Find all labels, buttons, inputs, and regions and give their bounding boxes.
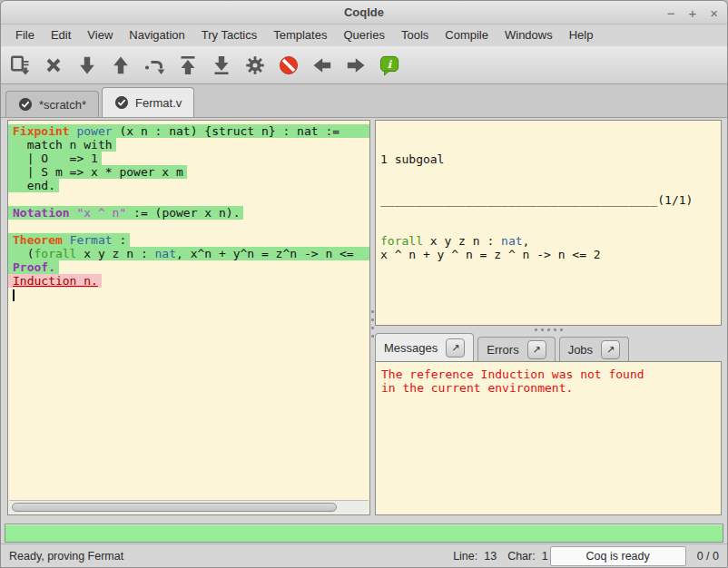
code-line	[8, 220, 369, 233]
code-line: match n with	[8, 138, 369, 152]
goal-pane[interactable]: 1 subgoal ______________________________…	[375, 120, 722, 326]
goal-counter: 0 / 0	[697, 550, 719, 563]
maximize-icon[interactable]: +	[688, 6, 696, 20]
tab-messages[interactable]: Messages↗	[375, 333, 474, 361]
code-line: Notation "x ^ n" := (power x n).	[8, 206, 369, 220]
goal-separator: _______________________________________(…	[380, 193, 721, 207]
menu-item-navigation[interactable]: Navigation	[121, 24, 192, 46]
forward-one-command-button[interactable]	[76, 54, 98, 76]
message-tab-bar: Messages↗Errors↗Jobs↗	[375, 333, 724, 361]
detach-arrow-icon: ↗	[451, 342, 459, 354]
arrow-right-icon	[345, 54, 367, 76]
horizontal-scrollbar[interactable]	[9, 500, 369, 514]
menu-item-edit[interactable]: Edit	[43, 24, 79, 46]
menu-item-try-tactics[interactable]: Try Tactics	[193, 24, 265, 46]
detach-view-button[interactable]	[9, 54, 31, 76]
gear-icon	[244, 54, 266, 76]
code-line	[8, 192, 369, 206]
stop-icon	[278, 54, 300, 76]
go-to-cursor-button[interactable]	[143, 54, 165, 76]
error-message-line: in the current environment.	[376, 381, 721, 395]
detach-arrow-icon: ↗	[606, 344, 615, 356]
tab-label: *scratch*	[39, 98, 86, 112]
menu-item-compile[interactable]: Compile	[437, 24, 497, 46]
code-line: end.	[8, 179, 369, 192]
script-editor-pane[interactable]: Fixpoint power (x n : nat) {struct n} : …	[7, 120, 370, 515]
detach-arrow-icon: ↗	[533, 344, 541, 356]
arrow-left-icon	[311, 54, 333, 76]
line-label: Line:	[453, 550, 477, 563]
window-controls: − + ×	[667, 1, 718, 24]
goal-line: x ^ n + y ^ n = z ^ n -> n <= 2	[380, 248, 721, 261]
goal-index: (1/1)	[657, 193, 693, 207]
code-line: | S m => x * power x m	[8, 165, 369, 179]
document-tab-bar: *scratch*Fermat.v	[1, 84, 727, 118]
arrow-down-to-bar-icon	[211, 54, 232, 76]
arrow-down-icon	[76, 54, 98, 76]
tab-fermat-v[interactable]: Fermat.v	[102, 87, 194, 117]
menu-item-tools[interactable]: Tools	[393, 24, 437, 46]
menu-item-file[interactable]: File	[7, 24, 43, 46]
interrupt-computations-button[interactable]	[278, 54, 300, 76]
code-line: | O => 1	[8, 152, 369, 165]
code-line: Induction n.	[8, 274, 369, 288]
code-line: (forall x y z n : nat, x^n + y^n = z^n -…	[8, 247, 369, 260]
close-icon	[43, 54, 64, 76]
close-view-button[interactable]	[43, 54, 64, 76]
backward-one-command-button[interactable]	[110, 54, 132, 76]
coqide-window: CoqIde − + × FileEditViewNavigationTry T…	[0, 0, 728, 568]
tab-label: Messages	[384, 341, 438, 355]
close-window-icon[interactable]: ×	[710, 6, 718, 20]
char-value: 1	[542, 550, 548, 563]
tab-label: Errors	[487, 343, 518, 357]
detach-jobs-button[interactable]: ↗	[601, 340, 620, 359]
info-bubble-icon: i	[379, 54, 400, 76]
tab-scratch[interactable]: *scratch*	[5, 91, 99, 117]
error-message-line: The reference Induction was not found	[376, 367, 721, 381]
menubar: FileEditViewNavigationTry TacticsTemplat…	[1, 24, 727, 46]
horizontal-scrollbar-thumb[interactable]	[12, 503, 337, 512]
menu-item-templates[interactable]: Templates	[265, 24, 335, 46]
coq-status-indicator: Coq is ready	[550, 546, 686, 566]
text-cursor	[13, 289, 15, 301]
horizontal-splitter-handle[interactable]	[375, 326, 722, 333]
menu-item-help[interactable]: Help	[561, 24, 602, 46]
tab-label: Jobs	[568, 343, 593, 357]
go-to-end-button[interactable]	[211, 54, 232, 76]
detach-errors-button[interactable]: ↗	[527, 340, 546, 359]
tab-errors[interactable]: Errors↗	[477, 337, 555, 361]
menu-item-windows[interactable]: Windows	[497, 24, 561, 46]
go-to-cursor-icon	[143, 54, 165, 76]
goal-line: forall x y z n : nat,	[380, 234, 721, 248]
arrow-up-to-bar-icon	[177, 54, 199, 76]
detach-messages-button[interactable]: ↗	[446, 338, 465, 357]
menu-item-queries[interactable]: Queries	[335, 24, 393, 46]
previous-occurrence-button[interactable]	[311, 54, 333, 76]
about-button[interactable]: i	[379, 54, 400, 76]
menu-item-view[interactable]: View	[79, 24, 121, 46]
go-to-start-button[interactable]	[177, 54, 199, 76]
window-arrow-icon	[9, 54, 31, 76]
status-bar: Ready, proving Fermat Line: 13 Char: 1 C…	[1, 544, 727, 567]
window-title: CoqIde	[344, 5, 384, 19]
code-line: Fixpoint power (x n : nat) {struct n} : …	[8, 124, 369, 138]
check-circle-icon	[114, 95, 129, 110]
messages-pane[interactable]: The reference Induction was not found in…	[375, 361, 722, 515]
arrow-up-icon	[110, 54, 132, 76]
progress-bar	[5, 524, 723, 543]
tab-label: Fermat.v	[135, 96, 182, 110]
status-message: Ready, proving Fermat	[9, 550, 453, 563]
titlebar[interactable]: CoqIde − + ×	[1, 1, 727, 24]
tab-jobs[interactable]: Jobs↗	[559, 337, 629, 361]
toolbar: i	[1, 46, 727, 84]
code-line	[8, 288, 369, 301]
code-line: Proof.	[8, 260, 369, 274]
subgoal-count: 1 subgoal	[380, 152, 721, 166]
check-circle-icon	[18, 97, 33, 112]
code-line: Theorem Fermat :	[8, 233, 369, 247]
minimize-icon[interactable]: −	[667, 6, 675, 20]
char-label: Char:	[507, 550, 536, 563]
fully-check-document-button[interactable]	[244, 54, 266, 76]
next-occurrence-button[interactable]	[345, 54, 367, 76]
script-code-area[interactable]: Fixpoint power (x n : nat) {struct n} : …	[8, 121, 369, 500]
